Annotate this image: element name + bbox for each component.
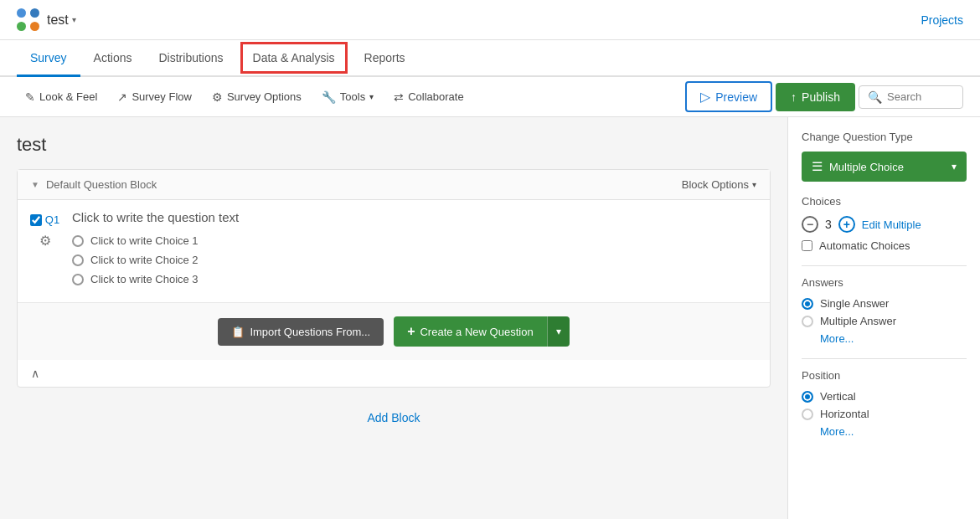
- question-checkbox[interactable]: [30, 214, 42, 226]
- tab-data-analysis[interactable]: Data & Analysis: [240, 42, 348, 74]
- dot-1: [17, 8, 26, 18]
- block-options-caret-icon: ▾: [752, 180, 756, 189]
- question-content: Click to write the question text Click t…: [72, 210, 770, 292]
- question-row: Q1 ⚙ Click to write the question text Cl…: [18, 200, 770, 302]
- flow-icon: ↗: [117, 90, 127, 104]
- publish-icon: ↑: [791, 90, 797, 104]
- brand-left: test ▾: [17, 8, 76, 32]
- single-answer-row[interactable]: Single Answer: [802, 297, 967, 310]
- choice-2[interactable]: Click to write Choice 2: [72, 254, 760, 266]
- qtype-caret-icon: ▾: [952, 161, 957, 172]
- dot-4: [30, 22, 39, 31]
- nav-tabs: Survey Actions Distributions Data & Anal…: [0, 40, 980, 77]
- multiple-answer-radio[interactable]: [802, 316, 813, 327]
- survey-area: test ▼ Default Question Block Block Opti…: [0, 117, 787, 519]
- choice-radio-2: [72, 254, 84, 266]
- choices-count: 3: [825, 218, 832, 231]
- tab-actions[interactable]: Actions: [80, 40, 146, 77]
- position-title: Position: [802, 369, 967, 382]
- dot-2: [30, 8, 39, 18]
- look-feel-button[interactable]: ✎ Look & Feel: [17, 85, 106, 109]
- import-icon: 📋: [231, 326, 245, 338]
- single-answer-radio[interactable]: [802, 298, 813, 310]
- preview-icon: ▷: [700, 89, 710, 105]
- tools-caret-icon: ▾: [369, 92, 374, 101]
- choice-radio-1: [72, 235, 84, 247]
- collaborate-icon: ⇄: [394, 90, 404, 104]
- question-text[interactable]: Click to write the question text: [72, 210, 760, 224]
- answers-section: Answers Single Answer Multiple Answer Mo…: [802, 276, 967, 345]
- position-section: Position Vertical Horizontal More...: [802, 369, 967, 438]
- vertical-row[interactable]: Vertical: [802, 390, 967, 403]
- question-block: ▼ Default Question Block Block Options ▾…: [17, 169, 771, 388]
- block-bottom: 📋 Import Questions From... + Create a Ne…: [18, 302, 770, 360]
- main-content: test ▼ Default Question Block Block Opti…: [0, 117, 980, 519]
- answers-more-link[interactable]: More...: [820, 332, 967, 345]
- change-question-type-title: Change Question Type: [802, 131, 967, 143]
- plus-icon: +: [407, 324, 415, 339]
- add-block-row[interactable]: Add Block: [17, 398, 771, 438]
- automatic-choices-row: Automatic Choices: [802, 239, 967, 252]
- tab-reports[interactable]: Reports: [351, 40, 419, 77]
- collaborate-button[interactable]: ⇄ Collaborate: [385, 85, 472, 109]
- tab-survey[interactable]: Survey: [17, 40, 80, 77]
- brand-name[interactable]: test ▾: [47, 13, 76, 28]
- create-question-button[interactable]: + Create a New Question: [394, 316, 546, 347]
- divider-1: [802, 265, 967, 266]
- preview-button[interactable]: ▷ Preview: [685, 81, 772, 112]
- question-gear-icon[interactable]: ⚙: [39, 233, 51, 249]
- publish-button[interactable]: ↑ Publish: [776, 83, 855, 111]
- create-caret-icon: ▾: [556, 326, 561, 337]
- gear-icon: ⚙: [212, 90, 223, 104]
- collapse-row: ∧: [18, 360, 770, 387]
- edit-multiple-link[interactable]: Edit Multiple: [862, 218, 921, 231]
- dot-3: [17, 22, 26, 31]
- choice-radio-3: [72, 274, 84, 285]
- brand-logo: [17, 8, 40, 32]
- brand-caret-icon: ▾: [72, 15, 76, 24]
- question-controls: Q1 ⚙: [18, 210, 72, 292]
- survey-options-button[interactable]: ⚙ Survey Options: [204, 85, 310, 109]
- tools-icon: 🔧: [322, 90, 336, 104]
- create-question-caret-button[interactable]: ▾: [547, 316, 570, 347]
- question-type-dropdown[interactable]: ☰ Multiple Choice ▾: [802, 152, 967, 182]
- brand-bar: test ▾ Projects: [0, 0, 980, 40]
- question-id: Q1: [45, 213, 59, 226]
- search-icon: 🔍: [868, 90, 882, 104]
- create-question-group: + Create a New Question ▾: [394, 316, 569, 347]
- vertical-radio[interactable]: [802, 391, 813, 403]
- automatic-choices-checkbox[interactable]: [802, 240, 812, 251]
- search-box[interactable]: 🔍: [859, 85, 963, 109]
- decrease-choices-button[interactable]: −: [802, 216, 818, 233]
- position-more-link[interactable]: More...: [820, 425, 967, 438]
- collapse-icon[interactable]: ∧: [31, 367, 39, 380]
- right-panel: Change Question Type ☰ Multiple Choice ▾…: [787, 117, 980, 519]
- block-header-left: ▼ Default Question Block: [31, 178, 157, 191]
- automatic-choices-label: Automatic Choices: [819, 239, 910, 252]
- toolbar: ✎ Look & Feel ↗ Survey Flow ⚙ Survey Opt…: [0, 77, 980, 117]
- divider-2: [802, 358, 967, 359]
- tools-button[interactable]: 🔧 Tools ▾: [313, 85, 382, 109]
- question-type-left: ☰ Multiple Choice: [812, 159, 904, 174]
- choices-controls: − 3 + Edit Multiple: [802, 216, 967, 233]
- projects-link[interactable]: Projects: [921, 13, 963, 27]
- choice-1[interactable]: Click to write Choice 1: [72, 234, 760, 247]
- import-questions-button[interactable]: 📋 Import Questions From...: [218, 318, 384, 346]
- tab-distributions[interactable]: Distributions: [146, 40, 237, 77]
- block-collapse-icon[interactable]: ▼: [31, 180, 39, 189]
- block-options-button[interactable]: Block Options ▾: [682, 178, 756, 191]
- choices-title: Choices: [802, 195, 967, 208]
- survey-flow-button[interactable]: ↗ Survey Flow: [109, 85, 200, 109]
- search-input[interactable]: [887, 90, 954, 103]
- choices-section: Choices − 3 + Edit Multiple Automatic Ch…: [802, 195, 967, 252]
- paint-brush-icon: ✎: [25, 90, 35, 104]
- brand-text: test: [47, 13, 69, 28]
- multiple-answer-row[interactable]: Multiple Answer: [802, 315, 967, 327]
- answers-title: Answers: [802, 276, 967, 289]
- increase-choices-button[interactable]: +: [838, 216, 855, 233]
- horizontal-radio[interactable]: [802, 409, 813, 420]
- horizontal-row[interactable]: Horizontal: [802, 408, 967, 420]
- block-name: Default Question Block: [46, 178, 157, 191]
- choice-3[interactable]: Click to write Choice 3: [72, 273, 760, 285]
- block-header: ▼ Default Question Block Block Options ▾: [18, 170, 770, 200]
